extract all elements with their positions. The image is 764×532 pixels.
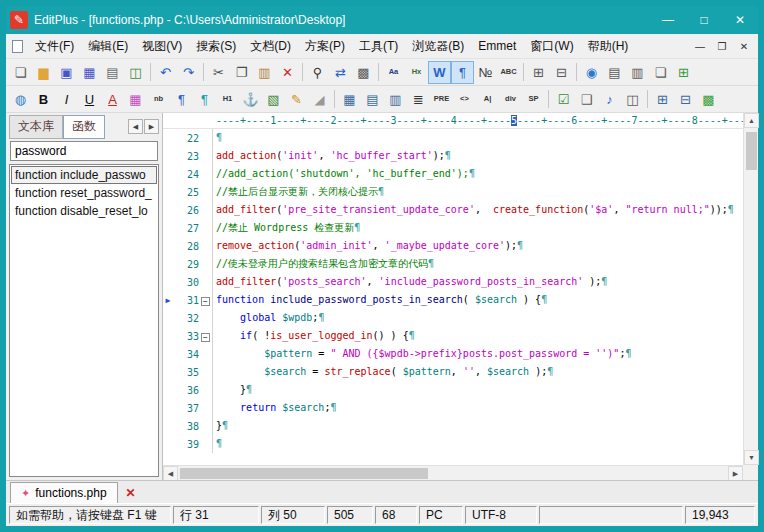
bold-button[interactable]: B xyxy=(32,88,55,111)
replace-button[interactable]: ⇄ xyxy=(329,61,352,84)
publish-button[interactable]: ▩ xyxy=(697,88,720,111)
code-line-25[interactable]: 25//禁止后台显示更新，关闭核心提示¶ xyxy=(163,183,743,201)
scroll-right-button[interactable]: ▶ xyxy=(728,466,743,481)
open-remote-button[interactable]: ◫ xyxy=(124,61,147,84)
save-button[interactable]: ▣ xyxy=(55,61,78,84)
code-line-33[interactable]: 33− if( !is_user_logged_in() ) {¶ xyxy=(163,327,743,345)
sidebar-scroll-left-button[interactable]: ◀ xyxy=(128,119,143,134)
new-document-button[interactable]: ❏ xyxy=(9,61,32,84)
code-editor[interactable]: 22¶23add_action('init', 'hc_buffer_start… xyxy=(163,129,743,465)
menu-item-help[interactable]: 帮助(H) xyxy=(581,34,636,59)
find-button[interactable]: ⚲ xyxy=(306,61,329,84)
cut-button[interactable]: ✂ xyxy=(207,61,230,84)
print-button[interactable]: ▤ xyxy=(101,61,124,84)
pre-tag-button[interactable]: PRE xyxy=(430,88,453,111)
highlight-pen-button[interactable]: ✎ xyxy=(285,88,308,111)
find-in-files-button[interactable]: ▩ xyxy=(352,61,375,84)
underline-button[interactable]: U xyxy=(78,88,101,111)
nbsp-button[interactable]: nb xyxy=(147,88,170,111)
horizontal-rule-button[interactable]: ≣ xyxy=(407,88,430,111)
document-icon[interactable] xyxy=(12,40,23,53)
child-minimize-button[interactable]: — xyxy=(689,36,711,56)
code-line-37[interactable]: 37 return $search;¶ xyxy=(163,399,743,417)
paragraph-tag-button[interactable]: ¶ xyxy=(170,88,193,111)
menu-item-search[interactable]: 搜索(S) xyxy=(189,34,243,59)
code-line-26[interactable]: 26add_filter('pre_site_transient_update_… xyxy=(163,201,743,219)
function-filter-input[interactable] xyxy=(10,141,158,161)
save-all-button[interactable]: ▦ xyxy=(78,61,101,84)
hex-viewer-button[interactable]: Hx xyxy=(405,61,428,84)
undo-button[interactable]: ↶ xyxy=(154,61,177,84)
code-line-30[interactable]: 30add_filter('posts_search', 'include_pa… xyxy=(163,273,743,291)
italic-button[interactable]: I xyxy=(55,88,78,111)
code-line-23[interactable]: 23add_action('init', 'hc_buffer_start');… xyxy=(163,147,743,165)
fold-toggle-icon[interactable]: − xyxy=(201,333,210,342)
vertical-scroll-track[interactable] xyxy=(744,128,758,450)
copy-button[interactable]: ❐ xyxy=(230,61,253,84)
options-button[interactable]: ⊞ xyxy=(672,61,695,84)
code-line-28[interactable]: 28remove_action('admin_init', '_maybe_up… xyxy=(163,237,743,255)
view-in-browser-button[interactable]: ◍ xyxy=(9,88,32,111)
code-line-22[interactable]: 22¶ xyxy=(163,129,743,147)
function-list-item[interactable]: function include_passwo xyxy=(11,166,157,184)
code-tag-button[interactable]: <> xyxy=(453,88,476,111)
line-numbers-button[interactable]: № xyxy=(474,61,497,84)
scroll-left-button[interactable]: ◀ xyxy=(163,466,178,481)
menu-item-document[interactable]: 文档(D) xyxy=(243,34,298,59)
cascade-windows-button[interactable]: ❏ xyxy=(649,61,672,84)
scroll-down-button[interactable]: ▼ xyxy=(744,450,759,465)
paste-button[interactable]: ▥ xyxy=(253,61,276,84)
code-line-39[interactable]: 39¶ xyxy=(163,435,743,453)
code-line-31[interactable]: ▶31−function include_password_posts_in_s… xyxy=(163,291,743,309)
horizontal-scroll-thumb[interactable] xyxy=(180,468,428,479)
redo-button[interactable]: ↷ xyxy=(177,61,200,84)
menu-item-view[interactable]: 视图(V) xyxy=(135,34,189,59)
font-button[interactable]: Aa xyxy=(382,61,405,84)
insert-table-button[interactable]: ▦ xyxy=(338,88,361,111)
fold-toggle-icon[interactable]: − xyxy=(201,297,210,306)
insert-media-button[interactable]: ◫ xyxy=(621,88,644,111)
code-line-38[interactable]: 38}¶ xyxy=(163,417,743,435)
code-line-35[interactable]: 35 $search = str_replace( $pattern, '', … xyxy=(163,363,743,381)
browser-view-button[interactable]: ◉ xyxy=(580,61,603,84)
close-document-button[interactable]: ✕ xyxy=(121,483,141,503)
open-file-button[interactable]: ▆ xyxy=(32,61,55,84)
vertical-scrollbar[interactable]: ▲ ▼ xyxy=(743,113,758,465)
document-button[interactable]: ❑ xyxy=(575,88,598,111)
insert-image-button[interactable]: ▧ xyxy=(262,88,285,111)
code-line-24[interactable]: 24//add_action('shutdown', 'hc_buffer_en… xyxy=(163,165,743,183)
code-line-36[interactable]: 36 }¶ xyxy=(163,381,743,399)
tile-horizontal-button[interactable]: ▤ xyxy=(603,61,626,84)
minimize-button[interactable]: — xyxy=(650,6,686,34)
spell-check-button[interactable]: ABC xyxy=(497,61,520,84)
table-column-button[interactable]: ▥ xyxy=(384,88,407,111)
child-close-button[interactable]: ✕ xyxy=(733,36,755,56)
line-break-button[interactable]: ¶ xyxy=(193,88,216,111)
insert-music-button[interactable]: ♪ xyxy=(598,88,621,111)
div-tag-button[interactable]: div xyxy=(499,88,522,111)
horizontal-scrollbar[interactable]: ◀ ▶ xyxy=(163,465,743,480)
code-line-32[interactable]: 32 global $wpdb;¶ xyxy=(163,309,743,327)
heading-tag-button[interactable]: H1 xyxy=(216,88,239,111)
tile-vertical-button[interactable]: ▥ xyxy=(626,61,649,84)
menu-item-edit[interactable]: 编辑(E) xyxy=(81,34,135,59)
vertical-scroll-thumb[interactable] xyxy=(746,132,757,170)
horizontal-scroll-track[interactable] xyxy=(178,466,728,480)
function-list-item[interactable]: function reset_password_ xyxy=(11,184,157,202)
code-line-34[interactable]: 34 $pattern = " AND ({$wpdb->prefix}post… xyxy=(163,345,743,363)
table-properties-button[interactable]: ⊟ xyxy=(674,88,697,111)
table-row-button[interactable]: ▤ xyxy=(361,88,384,111)
sidebar-scroll-right-button[interactable]: ▶ xyxy=(144,119,159,134)
font-color-button[interactable]: A xyxy=(101,88,124,111)
split-window-button[interactable]: ⊟ xyxy=(550,61,573,84)
delete-button[interactable]: ✕ xyxy=(276,61,299,84)
sidebar-tab-cliptext[interactable]: 文本库 xyxy=(9,115,63,139)
word-wrap-button[interactable]: W xyxy=(428,61,451,84)
anchor-link-button[interactable]: ⚓ xyxy=(239,88,262,111)
tab-functions-php[interactable]: ✦ functions.php xyxy=(10,482,118,503)
menu-item-tools[interactable]: 工具(T) xyxy=(352,34,405,59)
sidebar-tab-functions[interactable]: 函数 xyxy=(63,115,105,139)
menu-item-emmet[interactable]: Emmet xyxy=(471,35,523,57)
function-list-item[interactable]: function disable_reset_lo xyxy=(11,202,157,220)
code-line-27[interactable]: 27//禁止 Wordpress 检查更新¶ xyxy=(163,219,743,237)
